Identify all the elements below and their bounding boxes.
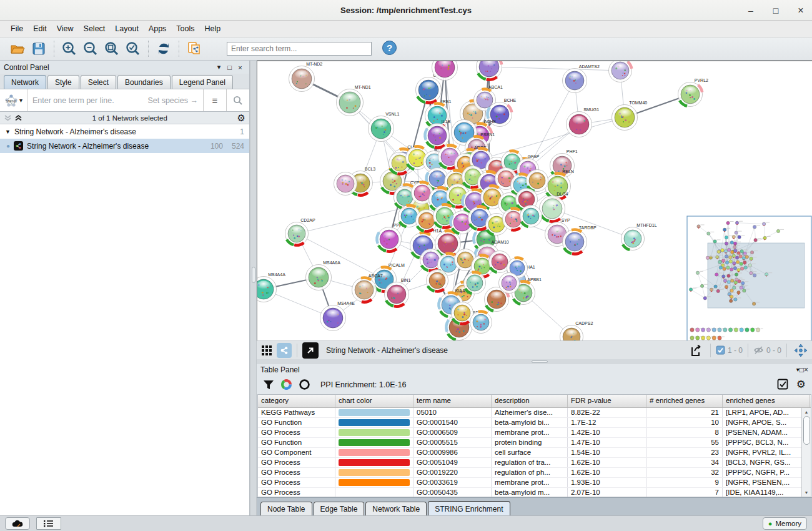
menu-edit[interactable]: Edit bbox=[29, 22, 51, 36]
tab-legend-panel[interactable]: Legend Panel bbox=[172, 75, 233, 89]
network-node[interactable] bbox=[427, 270, 448, 292]
panel-close-icon[interactable]: × bbox=[235, 64, 245, 71]
column-header-0[interactable]: category bbox=[258, 395, 335, 407]
network-node[interactable] bbox=[464, 272, 486, 294]
network-node[interactable] bbox=[527, 170, 548, 192]
tab-style[interactable]: Style bbox=[47, 75, 79, 89]
string-options-button[interactable]: ≡ bbox=[203, 89, 226, 111]
network-node[interactable]: PVRL2 bbox=[678, 78, 709, 107]
refresh-layout-button[interactable] bbox=[155, 40, 172, 57]
tab-string-enrichment[interactable]: STRING Enrichment bbox=[428, 501, 510, 515]
table-row[interactable]: GO ProcessGO:0033619membrane prot...1.93… bbox=[258, 478, 811, 488]
birdseye-view[interactable] bbox=[687, 216, 811, 340]
column-header-4[interactable]: FDR p-value bbox=[568, 395, 646, 407]
select-columns-icon[interactable] bbox=[777, 379, 789, 390]
scroll-up-icon[interactable]: ▲ bbox=[805, 408, 809, 416]
save-session-button[interactable] bbox=[30, 40, 47, 57]
table-scrollbar[interactable]: ▲ ▼ bbox=[801, 408, 811, 497]
network-node[interactable]: MS4A4A bbox=[257, 272, 285, 302]
tab-network[interactable]: Network bbox=[4, 75, 46, 89]
column-header-5[interactable]: # enriched genes bbox=[646, 395, 723, 407]
string-query-input[interactable]: Enter one term per line. Set species → bbox=[27, 89, 203, 111]
table-row[interactable]: GO ProcessGO:0006509membrane prot...1.42… bbox=[258, 428, 811, 438]
column-header-2[interactable]: term name bbox=[413, 395, 492, 407]
draw-charts-icon[interactable] bbox=[280, 379, 292, 390]
grid-mode-button[interactable] bbox=[259, 343, 274, 358]
expand-triangle-icon[interactable]: ▼ bbox=[5, 129, 11, 135]
menu-select[interactable]: Select bbox=[79, 22, 110, 36]
collapse-all-icon[interactable] bbox=[4, 114, 12, 122]
network-node[interactable] bbox=[334, 172, 357, 196]
menu-apps[interactable]: Apps bbox=[144, 22, 171, 36]
menu-view[interactable]: View bbox=[52, 22, 78, 36]
string-search-button[interactable] bbox=[226, 89, 249, 111]
memory-button[interactable]: ● Memory bbox=[763, 517, 807, 530]
tab-network-table[interactable]: Network Table bbox=[365, 502, 427, 515]
network-node[interactable]: PPP5C bbox=[377, 223, 407, 252]
menu-help[interactable]: Help bbox=[201, 22, 225, 36]
search-input[interactable] bbox=[227, 42, 372, 56]
open-in-string-button[interactable] bbox=[302, 342, 319, 359]
string-search-source-button[interactable]: STRING ▾ bbox=[0, 89, 27, 111]
copy-network-button[interactable] bbox=[186, 40, 203, 57]
panel-splitter[interactable] bbox=[250, 61, 257, 515]
menu-tools[interactable]: Tools bbox=[172, 22, 199, 36]
table-row[interactable]: GO ProcessGO:0019220regulation of ph...1… bbox=[258, 468, 811, 478]
table-row[interactable]: KEGG Pathways05010Alzheimer's dise...8.8… bbox=[258, 408, 811, 418]
zoom-fit-button[interactable] bbox=[103, 40, 121, 57]
network-options-gear-icon[interactable]: ⚙ bbox=[237, 112, 245, 124]
export-network-button[interactable] bbox=[688, 342, 705, 359]
filter-icon[interactable] bbox=[263, 379, 274, 390]
minimize-icon[interactable]: – bbox=[746, 6, 756, 16]
network-node[interactable] bbox=[470, 312, 492, 334]
network-node[interactable] bbox=[477, 61, 502, 80]
scroll-down-icon[interactable]: ▼ bbox=[805, 489, 809, 497]
network-node[interactable]: MS4A6A bbox=[306, 261, 341, 290]
table-panel-float-icon[interactable]: □ bbox=[800, 365, 804, 374]
maximize-icon[interactable]: □ bbox=[771, 6, 781, 16]
expand-all-icon[interactable] bbox=[14, 114, 22, 122]
network-node[interactable]: ADAMTS2 bbox=[563, 64, 600, 93]
network-canvas[interactable]: MT-ND2MT-ND1VSNL1GAB2IRS1ADAMTS2PVRL2TOM… bbox=[257, 61, 812, 340]
network-node[interactable] bbox=[520, 206, 542, 227]
menu-layout[interactable]: Layout bbox=[111, 22, 143, 36]
network-node[interactable] bbox=[452, 302, 473, 324]
table-splitter[interactable] bbox=[257, 359, 812, 364]
tab-select[interactable]: Select bbox=[81, 75, 116, 89]
zoom-in-button[interactable] bbox=[61, 40, 78, 57]
navigate-button[interactable] bbox=[792, 342, 810, 359]
string-view-button[interactable] bbox=[277, 343, 292, 358]
close-icon[interactable]: × bbox=[796, 5, 806, 16]
panel-float-icon[interactable]: □ bbox=[224, 64, 235, 71]
column-header-3[interactable]: description bbox=[492, 395, 568, 407]
automation-status-button[interactable] bbox=[5, 517, 30, 530]
network-collection-row[interactable]: ▼ String Network - Alzheimer's disease 1 bbox=[0, 124, 249, 139]
table-row[interactable]: GO ComponentGO:0009986cell surface1.54E-… bbox=[258, 448, 811, 458]
table-row[interactable]: GO FunctionGO:0001540beta-amyloid bi...1… bbox=[258, 418, 811, 428]
network-node[interactable]: TOMM40 bbox=[612, 101, 648, 131]
network-node[interactable]: MT-ND1 bbox=[337, 85, 371, 116]
network-node[interactable]: CADPS2 bbox=[560, 321, 593, 340]
table-row[interactable]: GO ProcessGO:0050435beta-amyloid m...2.0… bbox=[258, 488, 811, 497]
menu-file[interactable]: File bbox=[6, 22, 27, 36]
panel-menu-icon[interactable]: ▾ bbox=[214, 63, 224, 71]
table-settings-gear-icon[interactable]: ⚙ bbox=[796, 378, 806, 391]
scrollbar-thumb[interactable] bbox=[803, 416, 810, 445]
network-node[interactable]: VSNL1 bbox=[369, 112, 400, 142]
tab-node-table[interactable]: Node Table bbox=[260, 502, 312, 515]
network-node[interactable] bbox=[609, 61, 632, 82]
task-history-button[interactable] bbox=[36, 517, 61, 530]
open-session-button[interactable] bbox=[9, 40, 26, 57]
zoom-out-button[interactable] bbox=[82, 40, 99, 57]
reset-charts-icon[interactable] bbox=[299, 379, 310, 390]
column-header-6[interactable]: enriched genes bbox=[723, 395, 810, 407]
network-row-selected[interactable]: ● String Network - Alzheimer's disease 1… bbox=[0, 139, 249, 153]
zoom-selected-button[interactable] bbox=[124, 40, 142, 57]
table-row[interactable]: GO ProcessGO:0051049regulation of tra...… bbox=[258, 458, 811, 468]
network-node[interactable] bbox=[499, 273, 520, 294]
help-button[interactable]: ? bbox=[382, 40, 397, 57]
table-panel-close-icon[interactable]: × bbox=[804, 365, 808, 374]
tab-edge-table[interactable]: Edge Table bbox=[314, 502, 365, 515]
table-row[interactable]: GO FunctionGO:0005515protein binding1.47… bbox=[258, 438, 811, 448]
column-header-1[interactable]: chart color bbox=[335, 395, 413, 407]
